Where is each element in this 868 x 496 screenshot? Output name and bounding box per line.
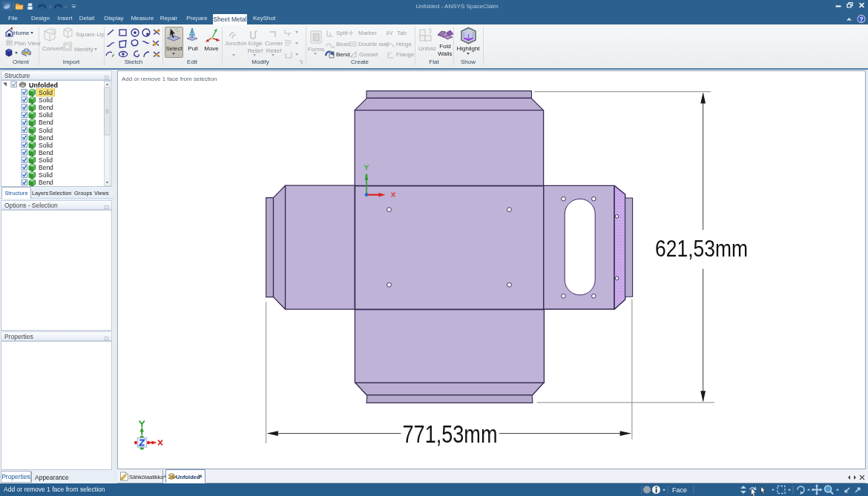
- svg-text:Solid: Solid: [39, 89, 53, 96]
- svg-text:Bend: Bend: [39, 149, 53, 156]
- svg-text:621,53mm: 621,53mm: [655, 235, 748, 262]
- svg-text:Bend: Bend: [39, 104, 53, 111]
- svg-text:Solid: Solid: [39, 156, 53, 164]
- svg-text:Solid: Solid: [39, 111, 53, 119]
- svg-text:Solid: Solid: [39, 96, 53, 104]
- svg-text:Solid: Solid: [39, 142, 53, 149]
- svg-text:Solid: Solid: [39, 171, 53, 179]
- svg-text:Face: Face: [672, 486, 687, 494]
- svg-text:Bend: Bend: [39, 134, 53, 142]
- svg-text:Unfolded: Unfolded: [29, 82, 58, 89]
- svg-text:Bend: Bend: [39, 164, 53, 171]
- svg-text:Bend: Bend: [39, 179, 53, 186]
- svg-text:Bend: Bend: [39, 119, 53, 126]
- svg-text:Solid: Solid: [39, 127, 53, 134]
- svg-text:?: ?: [859, 16, 863, 23]
- svg-text:771,53mm: 771,53mm: [403, 420, 498, 448]
